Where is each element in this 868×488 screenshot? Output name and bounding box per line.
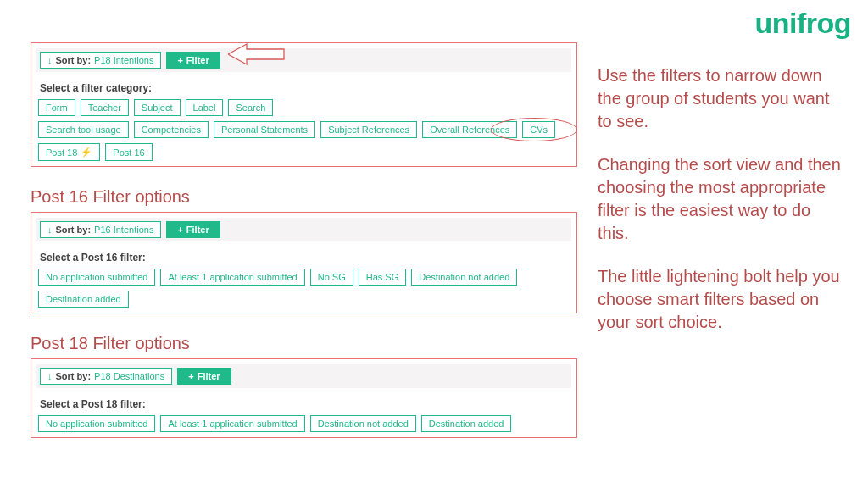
chip-post-16[interactable]: Post 16 xyxy=(105,143,152,161)
chip-destination-added[interactable]: Destination added xyxy=(38,291,129,308)
chip-row-2: Search tool usage Competencies Personal … xyxy=(36,121,571,161)
filter-prompt: Select a Post 16 filter: xyxy=(40,252,571,263)
filter-button[interactable]: + Filter xyxy=(166,221,220,238)
filter-label: Filter xyxy=(186,55,209,65)
sort-arrow-icon: ↓ xyxy=(47,371,53,381)
sort-arrow-icon: ↓ xyxy=(47,225,53,235)
sort-by-button[interactable]: ↓ Sort by: P16 Intentions xyxy=(40,221,161,238)
toolbar: ↓ Sort by: P16 Intentions + Filter xyxy=(36,218,571,241)
filter-label: Filter xyxy=(186,225,209,235)
plus-icon: + xyxy=(177,55,182,65)
chip-competencies[interactable]: Competencies xyxy=(134,121,209,138)
sort-value: P18 Destinations xyxy=(94,371,164,381)
chip-post-18-label: Post 18 xyxy=(46,147,77,158)
chip-search[interactable]: Search xyxy=(228,99,273,116)
chip-atleast-1-application[interactable]: At least 1 application submitted xyxy=(160,269,304,286)
toolbar: ↓ Sort by: P18 Intentions + Filter xyxy=(36,48,571,72)
chip-label[interactable]: Label xyxy=(186,99,224,116)
section-title-post16: Post 16 Filter options xyxy=(31,187,577,207)
section-title-post18: Post 18 Filter options xyxy=(31,334,577,353)
chip-no-application[interactable]: No application submitted xyxy=(38,415,155,432)
chip-no-application[interactable]: No application submitted xyxy=(38,269,155,286)
left-column: ↓ Sort by: P18 Intentions + Filter Selec… xyxy=(31,42,577,438)
filter-prompt: Select a filter category: xyxy=(40,82,571,94)
chip-row-1: Form Teacher Subject Label Search xyxy=(36,99,571,116)
chip-row: No application submitted At least 1 appl… xyxy=(36,269,571,308)
explainer-p2: Changing the sort view and then choosing… xyxy=(598,153,843,245)
chip-destination-not-added[interactable]: Destination not added xyxy=(310,415,416,432)
toolbar: ↓ Sort by: P18 Destinations + Filter xyxy=(36,364,571,388)
bolt-icon: ⚡ xyxy=(81,147,92,158)
sort-label: Sort by: xyxy=(56,371,92,381)
filter-prompt: Select a Post 18 filter: xyxy=(40,398,571,410)
chip-personal-statements[interactable]: Personal Statements xyxy=(214,121,315,138)
brand-logo: unifrog xyxy=(754,7,851,40)
chip-post-18[interactable]: Post 18 ⚡ xyxy=(38,143,100,161)
chip-form[interactable]: Form xyxy=(38,99,75,116)
chip-search-tool-usage[interactable]: Search tool usage xyxy=(38,121,129,138)
filter-button[interactable]: + Filter xyxy=(177,368,231,385)
chip-no-sg[interactable]: No SG xyxy=(310,269,353,286)
chip-subject-references[interactable]: Subject References xyxy=(320,121,417,138)
plus-icon: + xyxy=(177,225,182,235)
filter-button[interactable]: + Filter xyxy=(166,52,220,69)
chip-subject[interactable]: Subject xyxy=(134,99,181,116)
explainer-p3: The little lightening bolt help you choo… xyxy=(598,265,843,334)
sort-arrow-icon: ↓ xyxy=(47,55,53,65)
chip-atleast-1-application[interactable]: At least 1 application submitted xyxy=(160,415,304,432)
chip-overall-references[interactable]: Overall References xyxy=(422,121,517,138)
post16-panel: ↓ Sort by: P16 Intentions + Filter Selec… xyxy=(31,212,577,313)
pointer-arrow-icon xyxy=(228,42,287,67)
explainer-p1: Use the filters to narrow down the group… xyxy=(598,64,843,133)
chip-has-sg[interactable]: Has SG xyxy=(359,269,407,286)
chip-destination-added[interactable]: Destination added xyxy=(421,415,512,432)
post18-panel: ↓ Sort by: P18 Destinations + Filter Sel… xyxy=(31,358,577,438)
sort-value: P16 Intentions xyxy=(94,225,153,235)
sort-label: Sort by: xyxy=(56,225,92,235)
chip-destination-not-added[interactable]: Destination not added xyxy=(411,269,517,286)
filter-category-panel: ↓ Sort by: P18 Intentions + Filter Selec… xyxy=(31,42,577,167)
plus-icon: + xyxy=(188,371,193,381)
sort-value: P18 Intentions xyxy=(94,55,153,65)
chip-teacher[interactable]: Teacher xyxy=(81,99,129,116)
filter-label: Filter xyxy=(198,371,220,381)
explainer-text: Use the filters to narrow down the group… xyxy=(598,64,843,354)
sort-by-button[interactable]: ↓ Sort by: P18 Destinations xyxy=(40,368,172,385)
sort-by-button[interactable]: ↓ Sort by: P18 Intentions xyxy=(40,52,161,69)
chip-cvs[interactable]: CVs xyxy=(522,121,555,138)
sort-label: Sort by: xyxy=(56,55,92,65)
chip-row: No application submitted At least 1 appl… xyxy=(36,415,571,432)
